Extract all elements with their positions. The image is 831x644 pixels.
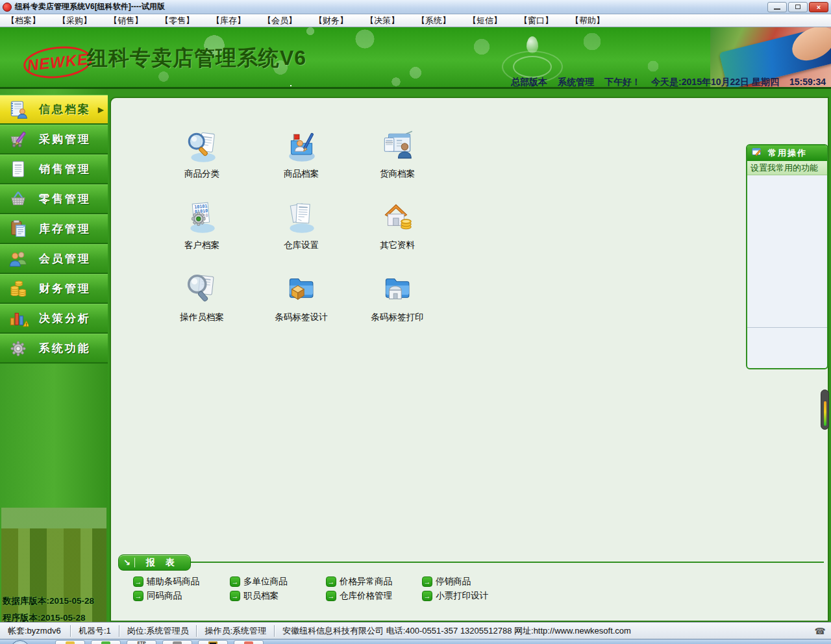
quick-panel-divider (747, 327, 827, 328)
report-link-staff-archive[interactable]: → 职员档案 (230, 589, 279, 602)
taskbar-button[interactable] (198, 640, 228, 644)
right-arrow-icon: → (422, 591, 432, 601)
operator-label: 操作员:系统管理 (197, 625, 274, 637)
company-info-label: 安徽纽科信息科技有限公司 电话:400-0551-357 13205512788… (275, 625, 639, 637)
folder-house-icon (379, 272, 416, 308)
menu-decision[interactable]: 【决策】 (366, 15, 399, 27)
main-content-panel: 商品分类 商品档案 货商档案 101010101010110 客户档案 仓库设 (110, 97, 829, 622)
sidebar-item-member[interactable]: 会员管理 (0, 244, 108, 274)
window-title: 纽科专卖店管理系统V6[纽科软件]----试用版 (15, 1, 165, 12)
clock-label: 15:59:34 (789, 77, 826, 88)
banner: NEWKE 纽科专卖店管理系统V6 总部版本 系统管理 下午好！ 今天是:201… (0, 27, 831, 89)
folder-box-icon (283, 272, 319, 308)
machine-label: 机器号:1 (71, 625, 119, 637)
people-icon (8, 249, 29, 269)
banner-status-line: 总部版本 系统管理 下午好！ 今天是:2015年10月22日 星期四 15:59… (511, 77, 826, 88)
taskbar-button[interactable] (234, 640, 264, 644)
right-arrow-icon: → (326, 591, 336, 601)
taskbar-button-ftp[interactable]: FTP (127, 640, 156, 644)
shortcut-barcode-label-print[interactable]: 条码标签打印 (358, 272, 436, 323)
reports-button-divider (134, 558, 135, 567)
right-arrow-icon: → (230, 576, 240, 587)
clipboard-icon (8, 219, 29, 240)
menu-member[interactable]: 【会员】 (263, 15, 297, 27)
menu-finance[interactable]: 【财务】 (314, 15, 348, 27)
report-link-aux-barcode[interactable]: → 辅助条码商品 (133, 575, 199, 588)
menu-archive[interactable]: 【档案】 (6, 15, 40, 27)
greeting-label: 下午好！ (604, 77, 641, 88)
banner-title: 纽科专卖店管理系统V6 (87, 44, 306, 73)
status-bar: 帐套:byzmdv6 机器号:1 岗位:系统管理员 操作员:系统管理 安徽纽科信… (0, 622, 831, 639)
menu-sms[interactable]: 【短信】 (468, 15, 502, 27)
gear-icon (8, 338, 29, 359)
shortcut-other-data[interactable]: 其它资料 (358, 200, 436, 251)
taskbar-button[interactable] (162, 640, 192, 644)
taskbar-button[interactable] (55, 640, 85, 644)
restore-button[interactable] (788, 2, 808, 12)
taskbar-app-icon (244, 641, 253, 644)
folder-person-pen-icon (283, 129, 319, 165)
menu-retail[interactable]: 【零售】 (160, 15, 194, 27)
report-link-warehouse-price[interactable]: → 仓库价格管理 (326, 589, 392, 602)
restore-icon (795, 5, 800, 9)
right-arrow-icon: → (230, 591, 240, 601)
shortcut-goods-archive[interactable]: 商品档案 (262, 129, 340, 180)
right-arrow-icon: → (422, 576, 432, 587)
taskbar-app-icon (66, 641, 75, 644)
database-version-label: 数据库版本:2015-05-28 (3, 595, 94, 607)
southeast-arrow-icon: ↘ (123, 558, 130, 567)
menu-inventory[interactable]: 【库存】 (212, 15, 245, 27)
shortcut-supplier-archive[interactable]: 货商档案 (358, 129, 436, 180)
data-gear-icon: 101010101010110 (184, 200, 220, 236)
sidebar-item-system[interactable]: 系统功能 (0, 334, 108, 364)
house-coins-icon (379, 200, 416, 236)
date-label: 今天是:2015年10月22日 星期四 (651, 77, 779, 88)
menu-purchase[interactable]: 【采购】 (58, 15, 92, 27)
reports-header-button[interactable]: ↘ 报 表 (118, 554, 191, 571)
form-person-icon (379, 129, 416, 165)
sidebar-item-info-archive[interactable]: 信息档案 ▶ (0, 95, 108, 125)
shortcut-barcode-label-design[interactable]: 条码标签设计 (262, 272, 340, 323)
title-bar: 纽科专卖店管理系统V6[纽科软件]----试用版 × (0, 0, 831, 14)
start-orb-icon[interactable] (10, 640, 30, 644)
app-logo-icon (3, 3, 12, 12)
magnifier-document-icon (184, 129, 220, 165)
sidebar-item-decision[interactable]: 决策分析 (0, 304, 108, 334)
menu-window[interactable]: 【窗口】 (519, 15, 553, 27)
shortcut-operator-archive[interactable]: 操作员档案 (163, 272, 241, 323)
scroll-handle-indicator (824, 401, 826, 426)
report-link-multi-unit[interactable]: → 多单位商品 (230, 575, 288, 588)
report-link-price-abnormal[interactable]: → 价格异常商品 (326, 575, 392, 588)
quick-operations-panel: 常用操作 设置我常用的功能 (746, 144, 828, 369)
sidebar-item-sales[interactable]: 销售管理 (0, 155, 108, 184)
magnifier-page-icon (184, 272, 220, 308)
shortcut-goods-category[interactable]: 商品分类 (163, 129, 241, 180)
report-link-discontinued[interactable]: → 停销商品 (422, 575, 471, 588)
menu-system[interactable]: 【系统】 (417, 15, 451, 27)
shortcut-customer-archive[interactable]: 101010101010110 客户档案 (163, 200, 241, 251)
report-link-receipt-design[interactable]: → 小票打印设计 (422, 589, 488, 602)
side-scroll-handle[interactable] (821, 390, 829, 430)
sidebar-item-finance[interactable]: 财务管理 (0, 274, 108, 304)
taskbar-app-icon (173, 641, 182, 644)
menu-bar: 【档案】 【采购】 【销售】 【零售】 【库存】 【会员】 【财务】 【决策】 … (0, 14, 831, 27)
menu-help[interactable]: 【帮助】 (571, 15, 604, 27)
sidebar-item-purchase[interactable]: 采购管理 (0, 125, 108, 155)
right-arrow-icon: → (133, 576, 143, 587)
set-favorites-link[interactable]: 设置我常用的功能 (747, 161, 827, 175)
taskbar-button[interactable] (91, 640, 121, 644)
sidebar-item-retail[interactable]: 零售管理 (0, 184, 108, 214)
menu-sales[interactable]: 【销售】 (109, 15, 143, 27)
role-label: 系统管理 (558, 77, 594, 88)
quick-panel-body (747, 175, 827, 368)
close-button[interactable]: × (809, 2, 828, 12)
minimize-button[interactable] (767, 2, 787, 12)
cart-pencil-icon (8, 129, 29, 150)
shortcut-warehouse-setup[interactable]: 仓库设置 (262, 200, 340, 251)
sidebar: 信息档案 ▶ 采购管理 销售管理 零售管理 (0, 89, 108, 622)
report-link-same-code[interactable]: → 同码商品 (133, 589, 182, 602)
account-label: 帐套:byzmdv6 (0, 625, 70, 637)
edition-label: 总部版本 (511, 77, 547, 88)
sidebar-item-inventory[interactable]: 库存管理 (0, 214, 108, 244)
phone-icon: ☎ (815, 626, 831, 636)
